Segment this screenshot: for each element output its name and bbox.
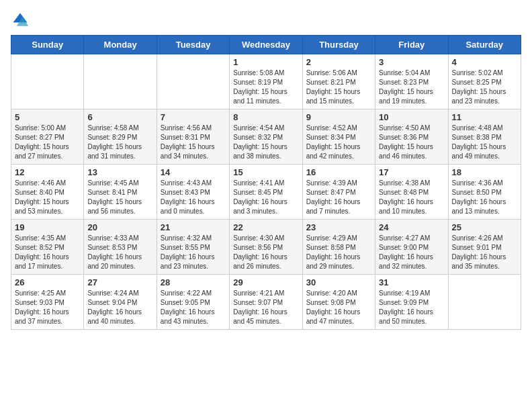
calendar-cell: 6Sunrise: 4:58 AM Sunset: 8:29 PM Daylig… bbox=[84, 109, 157, 165]
day-content: Sunrise: 4:30 AM Sunset: 8:56 PM Dayligh… bbox=[233, 234, 298, 271]
calendar-cell: 19Sunrise: 4:35 AM Sunset: 8:52 PM Dayli… bbox=[11, 220, 84, 275]
day-number: 25 bbox=[452, 222, 517, 232]
day-number: 11 bbox=[452, 112, 517, 122]
day-content: Sunrise: 4:24 AM Sunset: 9:04 PM Dayligh… bbox=[87, 289, 152, 326]
day-number: 27 bbox=[87, 277, 152, 287]
day-number: 6 bbox=[87, 112, 152, 122]
logo bbox=[11, 11, 32, 30]
day-content: Sunrise: 4:22 AM Sunset: 9:05 PM Dayligh… bbox=[161, 289, 226, 326]
calendar-cell: 10Sunrise: 4:50 AM Sunset: 8:36 PM Dayli… bbox=[375, 109, 448, 165]
day-content: Sunrise: 4:26 AM Sunset: 9:01 PM Dayligh… bbox=[452, 234, 517, 271]
day-number: 21 bbox=[161, 222, 226, 232]
day-content: Sunrise: 4:56 AM Sunset: 8:31 PM Dayligh… bbox=[161, 124, 226, 161]
day-content: Sunrise: 4:39 AM Sunset: 8:47 PM Dayligh… bbox=[306, 179, 371, 216]
day-number: 29 bbox=[233, 277, 298, 287]
day-header-wednesday: Wednesday bbox=[230, 36, 302, 54]
day-content: Sunrise: 4:43 AM Sunset: 8:43 PM Dayligh… bbox=[161, 179, 226, 216]
page-header bbox=[11, 11, 521, 30]
day-header-tuesday: Tuesday bbox=[157, 36, 229, 54]
calendar-cell: 12Sunrise: 4:46 AM Sunset: 8:40 PM Dayli… bbox=[11, 165, 84, 220]
day-number: 23 bbox=[306, 222, 371, 232]
calendar-cell: 28Sunrise: 4:22 AM Sunset: 9:05 PM Dayli… bbox=[157, 275, 229, 330]
calendar-cell bbox=[11, 54, 84, 109]
calendar-cell: 31Sunrise: 4:19 AM Sunset: 9:09 PM Dayli… bbox=[375, 275, 448, 330]
calendar-cell: 13Sunrise: 4:45 AM Sunset: 8:41 PM Dayli… bbox=[84, 165, 157, 220]
calendar-week-row: 19Sunrise: 4:35 AM Sunset: 8:52 PM Dayli… bbox=[11, 220, 521, 275]
day-header-friday: Friday bbox=[375, 36, 448, 54]
calendar-week-row: 26Sunrise: 4:25 AM Sunset: 9:03 PM Dayli… bbox=[11, 275, 521, 330]
day-number: 18 bbox=[452, 167, 517, 177]
calendar-cell: 8Sunrise: 4:54 AM Sunset: 8:32 PM Daylig… bbox=[230, 109, 302, 165]
day-content: Sunrise: 5:04 AM Sunset: 8:23 PM Dayligh… bbox=[379, 68, 444, 106]
day-content: Sunrise: 4:25 AM Sunset: 9:03 PM Dayligh… bbox=[15, 289, 80, 326]
day-number: 24 bbox=[379, 222, 444, 232]
day-number: 28 bbox=[161, 277, 226, 287]
day-content: Sunrise: 4:29 AM Sunset: 8:58 PM Dayligh… bbox=[306, 234, 371, 271]
day-number: 20 bbox=[87, 222, 152, 232]
day-content: Sunrise: 4:58 AM Sunset: 8:29 PM Dayligh… bbox=[87, 124, 152, 161]
day-content: Sunrise: 4:36 AM Sunset: 8:50 PM Dayligh… bbox=[452, 179, 517, 216]
day-content: Sunrise: 4:35 AM Sunset: 8:52 PM Dayligh… bbox=[15, 234, 80, 271]
logo-icon bbox=[11, 11, 30, 30]
day-number: 15 bbox=[233, 167, 298, 177]
day-content: Sunrise: 5:08 AM Sunset: 8:19 PM Dayligh… bbox=[233, 68, 298, 106]
calendar-week-row: 5Sunrise: 5:00 AM Sunset: 8:27 PM Daylig… bbox=[11, 109, 521, 165]
calendar-cell: 30Sunrise: 4:20 AM Sunset: 9:08 PM Dayli… bbox=[302, 275, 375, 330]
day-header-saturday: Saturday bbox=[448, 36, 521, 54]
day-number: 26 bbox=[15, 277, 80, 287]
calendar-cell: 3Sunrise: 5:04 AM Sunset: 8:23 PM Daylig… bbox=[375, 54, 448, 109]
calendar-cell: 5Sunrise: 5:00 AM Sunset: 8:27 PM Daylig… bbox=[11, 109, 84, 165]
day-number: 17 bbox=[379, 167, 444, 177]
day-number: 5 bbox=[15, 112, 80, 122]
calendar-cell: 21Sunrise: 4:32 AM Sunset: 8:55 PM Dayli… bbox=[157, 220, 229, 275]
calendar-cell: 16Sunrise: 4:39 AM Sunset: 8:47 PM Dayli… bbox=[302, 165, 375, 220]
calendar-cell: 4Sunrise: 5:02 AM Sunset: 8:25 PM Daylig… bbox=[448, 54, 521, 109]
day-content: Sunrise: 4:19 AM Sunset: 9:09 PM Dayligh… bbox=[379, 289, 444, 326]
calendar-cell: 11Sunrise: 4:48 AM Sunset: 8:38 PM Dayli… bbox=[448, 109, 521, 165]
day-content: Sunrise: 4:38 AM Sunset: 8:48 PM Dayligh… bbox=[379, 179, 444, 216]
day-content: Sunrise: 4:48 AM Sunset: 8:38 PM Dayligh… bbox=[452, 124, 517, 161]
calendar-cell: 25Sunrise: 4:26 AM Sunset: 9:01 PM Dayli… bbox=[448, 220, 521, 275]
day-number: 10 bbox=[379, 112, 444, 122]
day-number: 4 bbox=[452, 57, 517, 67]
calendar-cell: 18Sunrise: 4:36 AM Sunset: 8:50 PM Dayli… bbox=[448, 165, 521, 220]
day-content: Sunrise: 4:46 AM Sunset: 8:40 PM Dayligh… bbox=[15, 179, 80, 216]
calendar-cell: 15Sunrise: 4:41 AM Sunset: 8:45 PM Dayli… bbox=[230, 165, 302, 220]
day-content: Sunrise: 5:06 AM Sunset: 8:21 PM Dayligh… bbox=[306, 68, 371, 106]
day-content: Sunrise: 4:45 AM Sunset: 8:41 PM Dayligh… bbox=[87, 179, 152, 216]
calendar-week-row: 12Sunrise: 4:46 AM Sunset: 8:40 PM Dayli… bbox=[11, 165, 521, 220]
calendar-cell bbox=[157, 54, 229, 109]
calendar-cell: 24Sunrise: 4:27 AM Sunset: 9:00 PM Dayli… bbox=[375, 220, 448, 275]
calendar-table: SundayMondayTuesdayWednesdayThursdayFrid… bbox=[11, 35, 521, 330]
day-number: 31 bbox=[379, 277, 444, 287]
day-header-monday: Monday bbox=[84, 36, 157, 54]
day-header-thursday: Thursday bbox=[302, 36, 375, 54]
day-number: 19 bbox=[15, 222, 80, 232]
day-content: Sunrise: 4:21 AM Sunset: 9:07 PM Dayligh… bbox=[233, 289, 298, 326]
day-content: Sunrise: 4:41 AM Sunset: 8:45 PM Dayligh… bbox=[233, 179, 298, 216]
day-content: Sunrise: 4:20 AM Sunset: 9:08 PM Dayligh… bbox=[306, 289, 371, 326]
day-number: 22 bbox=[233, 222, 298, 232]
calendar-cell: 23Sunrise: 4:29 AM Sunset: 8:58 PM Dayli… bbox=[302, 220, 375, 275]
day-number: 12 bbox=[15, 167, 80, 177]
day-content: Sunrise: 4:54 AM Sunset: 8:32 PM Dayligh… bbox=[233, 124, 298, 161]
day-content: Sunrise: 4:27 AM Sunset: 9:00 PM Dayligh… bbox=[379, 234, 444, 271]
calendar-cell bbox=[448, 275, 521, 330]
day-content: Sunrise: 4:33 AM Sunset: 8:53 PM Dayligh… bbox=[87, 234, 152, 271]
day-content: Sunrise: 4:50 AM Sunset: 8:36 PM Dayligh… bbox=[379, 124, 444, 161]
calendar-cell: 1Sunrise: 5:08 AM Sunset: 8:19 PM Daylig… bbox=[230, 54, 302, 109]
calendar-cell: 29Sunrise: 4:21 AM Sunset: 9:07 PM Dayli… bbox=[230, 275, 302, 330]
day-number: 3 bbox=[379, 57, 444, 67]
day-number: 30 bbox=[306, 277, 371, 287]
calendar-cell: 20Sunrise: 4:33 AM Sunset: 8:53 PM Dayli… bbox=[84, 220, 157, 275]
day-content: Sunrise: 4:32 AM Sunset: 8:55 PM Dayligh… bbox=[161, 234, 226, 271]
calendar-week-row: 1Sunrise: 5:08 AM Sunset: 8:19 PM Daylig… bbox=[11, 54, 521, 109]
day-content: Sunrise: 5:00 AM Sunset: 8:27 PM Dayligh… bbox=[15, 124, 80, 161]
day-header-sunday: Sunday bbox=[11, 36, 84, 54]
day-number: 9 bbox=[306, 112, 371, 122]
calendar-cell: 14Sunrise: 4:43 AM Sunset: 8:43 PM Dayli… bbox=[157, 165, 229, 220]
day-number: 2 bbox=[306, 57, 371, 67]
calendar-cell: 2Sunrise: 5:06 AM Sunset: 8:21 PM Daylig… bbox=[302, 54, 375, 109]
day-number: 7 bbox=[161, 112, 226, 122]
day-number: 16 bbox=[306, 167, 371, 177]
